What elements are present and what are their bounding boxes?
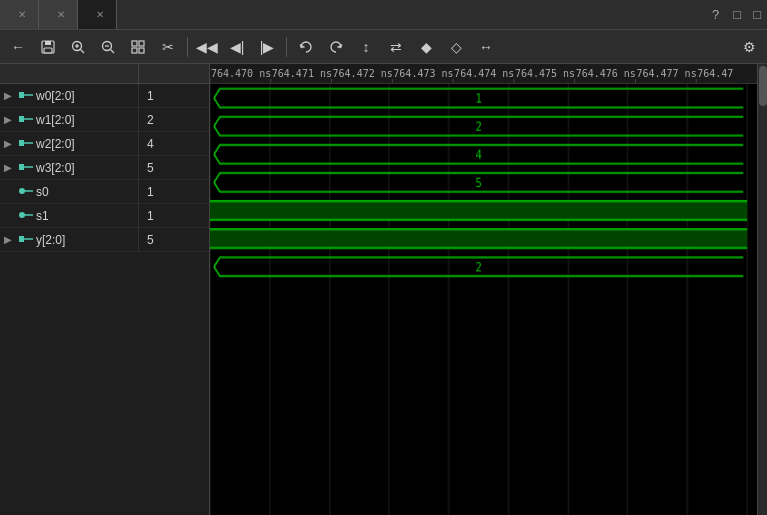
signal-row-2[interactable]: ▶w2[2:0]4 <box>0 132 209 156</box>
svg-rect-26 <box>19 236 24 242</box>
tab-untitled2-close[interactable]: ✕ <box>94 8 106 21</box>
redo-button[interactable] <box>322 34 350 60</box>
signal-icon-2 <box>19 137 33 151</box>
tab-mux41sim[interactable]: ✕ <box>39 0 78 29</box>
signal-label-6: y[2:0] <box>36 233 65 247</box>
wave-canvas[interactable] <box>210 84 757 515</box>
signal-name-cell-1: ▶w1[2:0] <box>0 108 139 131</box>
align-button[interactable]: ⇄ <box>382 34 410 60</box>
signal-value-cell-0: 1 <box>139 84 209 107</box>
save-button[interactable] <box>34 34 62 60</box>
tab-untitled2[interactable]: ✕ <box>78 0 117 29</box>
signal-row-1[interactable]: ▶w1[2:0]2 <box>0 108 209 132</box>
svg-point-24 <box>19 212 25 218</box>
sep2 <box>286 37 287 57</box>
signal-name-cell-3: ▶w3[2:0] <box>0 156 139 179</box>
signal-row-6[interactable]: ▶y[2:0]5 <box>0 228 209 252</box>
svg-rect-11 <box>139 41 144 46</box>
svg-line-8 <box>111 49 115 53</box>
sep1 <box>187 37 188 57</box>
expand-arrow-1[interactable]: ▶ <box>4 114 16 125</box>
signal-label-2: w2[2:0] <box>36 137 75 151</box>
marker2-button[interactable]: ◇ <box>442 34 470 60</box>
signal-label-1: w1[2:0] <box>36 113 75 127</box>
svg-rect-12 <box>132 48 137 53</box>
signal-name-cell-4: s0 <box>0 180 139 203</box>
signal-label-5: s1 <box>36 209 49 223</box>
time-ruler <box>210 64 767 84</box>
signal-row-3[interactable]: ▶w3[2:0]5 <box>0 156 209 180</box>
scrollbar-thumb[interactable] <box>759 66 767 106</box>
signal-row-5[interactable]: s11 <box>0 204 209 228</box>
waveform-area <box>210 64 767 515</box>
toolbar: ← ✂ ◀◀ ◀| |▶ ↕ ⇄ ◆ ◇ ↔ ⚙ <box>0 30 767 64</box>
main-area: ▶w0[2:0]1▶w1[2:0]2▶w2[2:0]4▶w3[2:0]5s01s… <box>0 64 767 515</box>
signal-name-cell-6: ▶y[2:0] <box>0 228 139 251</box>
signal-name-cell-2: ▶w2[2:0] <box>0 132 139 155</box>
svg-rect-18 <box>19 140 24 146</box>
expand-arrow-2[interactable]: ▶ <box>4 138 16 149</box>
expand-arrow-0[interactable]: ▶ <box>4 90 16 101</box>
svg-rect-13 <box>139 48 144 53</box>
next-button[interactable]: |▶ <box>253 34 281 60</box>
svg-rect-20 <box>19 164 24 170</box>
scrollbar-vertical[interactable] <box>757 64 767 515</box>
signal-icon-4 <box>19 185 33 199</box>
back-button[interactable]: ← <box>4 34 32 60</box>
signal-name-cell-0: ▶w0[2:0] <box>0 84 139 107</box>
marker-button[interactable]: ◆ <box>412 34 440 60</box>
signal-icon-3 <box>19 161 33 175</box>
svg-rect-16 <box>19 116 24 122</box>
help-button[interactable]: ? <box>704 7 727 22</box>
signal-label-0: w0[2:0] <box>36 89 75 103</box>
signal-icon-6 <box>19 233 33 247</box>
close-window-button[interactable]: □ <box>747 7 767 22</box>
signal-name-header <box>0 64 139 83</box>
first-button[interactable]: ◀◀ <box>193 34 221 60</box>
zoom-out-button[interactable] <box>94 34 122 60</box>
stretch-button[interactable]: ↔ <box>472 34 500 60</box>
expand-arrow-3[interactable]: ▶ <box>4 162 16 173</box>
svg-rect-10 <box>132 41 137 46</box>
expand-arrow-6[interactable]: ▶ <box>4 234 16 245</box>
signal-value-cell-2: 4 <box>139 132 209 155</box>
signal-value-header <box>139 64 209 83</box>
signal-value-cell-4: 1 <box>139 180 209 203</box>
signal-row-0[interactable]: ▶w0[2:0]1 <box>0 84 209 108</box>
undo-button[interactable] <box>292 34 320 60</box>
signal-rows-container: ▶w0[2:0]1▶w1[2:0]2▶w2[2:0]4▶w3[2:0]5s01s… <box>0 84 209 252</box>
tab-mux41-close[interactable]: ✕ <box>16 8 28 21</box>
swap-button[interactable]: ↕ <box>352 34 380 60</box>
svg-point-22 <box>19 188 25 194</box>
prev-button[interactable]: ◀| <box>223 34 251 60</box>
tab-mux41[interactable]: ✕ <box>0 0 39 29</box>
signal-value-cell-3: 5 <box>139 156 209 179</box>
signal-label-4: s0 <box>36 185 49 199</box>
signal-row-4[interactable]: s01 <box>0 180 209 204</box>
tab-bar: ✕ ✕ ✕ ? □ □ <box>0 0 767 30</box>
fit-button[interactable] <box>124 34 152 60</box>
svg-rect-14 <box>19 92 24 98</box>
svg-rect-2 <box>44 48 52 53</box>
svg-rect-1 <box>45 41 51 45</box>
settings-button[interactable]: ⚙ <box>735 34 763 60</box>
signal-label-3: w3[2:0] <box>36 161 75 175</box>
signal-value-cell-1: 2 <box>139 108 209 131</box>
zoom-in-button[interactable] <box>64 34 92 60</box>
signal-name-cell-5: s1 <box>0 204 139 227</box>
signal-value-cell-5: 1 <box>139 204 209 227</box>
signal-icon-1 <box>19 113 33 127</box>
signal-icon-0 <box>19 89 33 103</box>
minimize-button[interactable]: □ <box>727 7 747 22</box>
tab-mux41sim-close[interactable]: ✕ <box>55 8 67 21</box>
svg-line-4 <box>81 49 85 53</box>
signal-icon-5 <box>19 209 33 223</box>
ruler-canvas <box>210 64 757 84</box>
signal-list: ▶w0[2:0]1▶w1[2:0]2▶w2[2:0]4▶w3[2:0]5s01s… <box>0 64 210 515</box>
cut-button[interactable]: ✂ <box>154 34 182 60</box>
signal-header <box>0 64 209 84</box>
signal-value-cell-6: 5 <box>139 228 209 251</box>
